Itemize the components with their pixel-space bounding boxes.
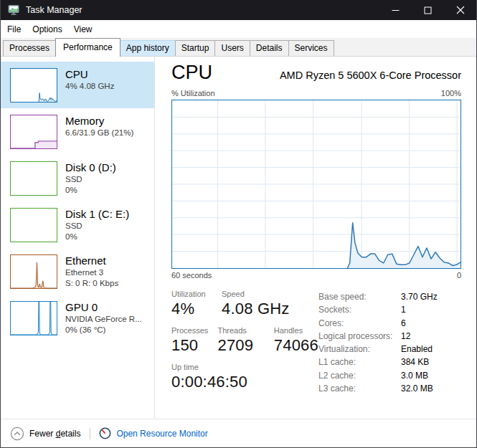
sidebar-item-cpu[interactable]: CPU 4% 4.08 GHz — [1, 62, 154, 108]
stat-label: Handles — [274, 325, 318, 335]
sidebar-item-title: GPU 0 — [65, 301, 142, 314]
menu-options[interactable]: Options — [27, 22, 67, 37]
menu-file[interactable]: File — [1, 22, 27, 37]
memory-item-text: Memory 6.6/31.9 GB (21%) — [65, 115, 133, 138]
detail-label: L3 cache: — [318, 382, 401, 395]
footer-divider — [90, 428, 90, 439]
resource-monitor-label: Open Resource Monitor — [116, 429, 207, 439]
tab-processes[interactable]: Processes — [3, 40, 56, 56]
sidebar-item-title: Memory — [65, 115, 133, 128]
menu-view[interactable]: View — [68, 22, 98, 37]
tab-details[interactable]: Details — [250, 40, 289, 56]
stat-handles: Handles 74066 — [274, 325, 318, 356]
panel-title: CPU — [171, 61, 212, 84]
detail-value: 32.0 MB — [401, 382, 433, 395]
disk0-item-text: Disk 0 (D:) SSD 0% — [65, 161, 116, 196]
sidebar-item-title: Ethernet — [65, 254, 118, 267]
detail-l1-cache: L1 cache: 384 KB — [318, 356, 438, 368]
x-axis-right-label: 0 — [457, 271, 461, 280]
detail-sockets: Sockets: 1 — [318, 303, 438, 316]
sidebar-item-ethernet[interactable]: Ethernet Ethernet 3 S: 0 R: 0 Kbps — [1, 248, 154, 295]
sidebar-item-subtitle2: 0% — [65, 185, 116, 196]
memory-mini-graph — [10, 115, 57, 149]
detail-l2-cache: L2 cache: 3.0 MB — [318, 369, 438, 382]
fewer-details-button[interactable]: Fewer details — [10, 426, 80, 441]
cpu-utilization-chart — [171, 100, 461, 269]
performance-sidebar: CPU 4% 4.08 GHz Memory 6.6/31.9 GB (21%)… — [1, 57, 155, 418]
footer-bar: Fewer details Open Resource Monitor — [1, 419, 476, 447]
sidebar-item-subtitle: 6.6/31.9 GB (21%) — [65, 128, 133, 138]
window-controls — [379, 0, 476, 20]
tab-strip: Processes Performance App history Startu… — [1, 38, 476, 57]
gpu-mini-graph — [10, 301, 57, 335]
stat-value: 150 — [171, 335, 218, 356]
detail-cores: Cores: 6 — [318, 317, 438, 330]
sidebar-item-disk0[interactable]: Disk 0 (D:) SSD 0% — [1, 155, 154, 201]
fewer-details-label: Fewer details — [29, 429, 80, 439]
stat-row-2: Processes 150 Threads 2709 Handles 74066 — [171, 325, 318, 356]
menu-bar: File Options View — [1, 20, 476, 38]
minimize-button[interactable] — [379, 0, 412, 20]
detail-label: Base speed: — [318, 290, 401, 303]
detail-l3-cache: L3 cache: 32.0 MB — [318, 382, 438, 395]
detail-value: 1 — [401, 303, 406, 316]
detail-value: 3.0 MB — [401, 369, 428, 382]
detail-value: Enabled — [401, 343, 433, 356]
tab-app-history[interactable]: App history — [120, 40, 176, 56]
stat-value: 4.08 GHz — [222, 299, 290, 319]
tab-performance[interactable]: Performance — [55, 38, 121, 57]
content-area: CPU 4% 4.08 GHz Memory 6.6/31.9 GB (21%)… — [1, 57, 476, 418]
sidebar-item-subtitle2: 0% — [65, 232, 129, 242]
stat-value: 2709 — [218, 335, 274, 356]
resource-monitor-gauge-icon — [99, 427, 111, 439]
stat-label: Utilization — [171, 289, 222, 299]
ethernet-mini-graph — [10, 254, 57, 289]
sidebar-item-subtitle: Ethernet 3 — [65, 267, 118, 278]
detail-value: 3.70 GHz — [401, 290, 438, 303]
open-resource-monitor-link[interactable]: Open Resource Monitor — [99, 427, 207, 439]
detail-label: Virtualization: — [318, 343, 401, 356]
detail-label: Sockets: — [318, 303, 401, 316]
sidebar-item-subtitle: 4% 4.08 GHz — [65, 81, 114, 92]
tab-startup[interactable]: Startup — [175, 40, 216, 56]
tab-services[interactable]: Services — [288, 40, 334, 56]
cpu-stats: Utilization 4% Speed 4.08 GHz Processes … — [171, 289, 461, 399]
detail-label: L2 cache: — [318, 369, 401, 382]
disk1-item-text: Disk 1 (C: E:) SSD 0% — [65, 208, 129, 242]
chevron-up-circle-icon — [10, 426, 24, 441]
maximize-button[interactable] — [412, 0, 444, 20]
sidebar-item-gpu[interactable]: GPU 0 NVIDIA GeForce R... 0% (36 °C) — [1, 295, 154, 341]
disk1-mini-graph — [10, 208, 57, 242]
stat-label: Threads — [218, 325, 274, 335]
ethernet-item-text: Ethernet Ethernet 3 S: 0 R: 0 Kbps — [65, 254, 118, 289]
detail-value: 12 — [401, 330, 410, 343]
stat-value: 74066 — [274, 335, 318, 356]
window-title: Task Manager — [26, 5, 82, 15]
stat-row-1: Utilization 4% Speed 4.08 GHz — [171, 289, 318, 319]
cpu-panel-header: CPU AMD Ryzen 5 5600X 6-Core Processor — [171, 61, 461, 84]
stat-processes: Processes 150 — [171, 325, 218, 356]
close-icon — [456, 6, 465, 14]
stat-row-3: Up time 0:00:46:50 — [171, 362, 318, 392]
y-axis-max-label: 100% — [441, 89, 461, 97]
sidebar-item-subtitle2: 0% (36 °C) — [65, 325, 142, 335]
cpu-chart-svg — [171, 100, 461, 269]
sidebar-item-memory[interactable]: Memory 6.6/31.9 GB (21%) — [1, 108, 154, 155]
detail-value: 384 KB — [401, 356, 429, 368]
disk0-mini-graph — [10, 161, 57, 196]
stat-label: Processes — [171, 325, 218, 335]
stat-label: Speed — [222, 289, 290, 299]
detail-base-speed: Base speed: 3.70 GHz — [318, 290, 438, 303]
title-bar: Task Manager — [1, 0, 476, 20]
stat-speed: Speed 4.08 GHz — [222, 289, 290, 319]
stat-utilization: Utilization 4% — [171, 289, 222, 319]
chart-top-labels: % Utilization 100% — [171, 89, 461, 97]
sidebar-item-disk1[interactable]: Disk 1 (C: E:) SSD 0% — [1, 201, 154, 248]
detail-label: Cores: — [318, 317, 401, 330]
processor-name: AMD Ryzen 5 5600X 6-Core Processor — [280, 67, 461, 84]
close-button[interactable] — [444, 0, 476, 20]
maximize-icon — [424, 6, 432, 14]
cpu-mini-graph — [10, 68, 57, 103]
tab-users[interactable]: Users — [214, 40, 250, 56]
cpu-detail-panel: CPU AMD Ryzen 5 5600X 6-Core Processor %… — [156, 57, 476, 418]
